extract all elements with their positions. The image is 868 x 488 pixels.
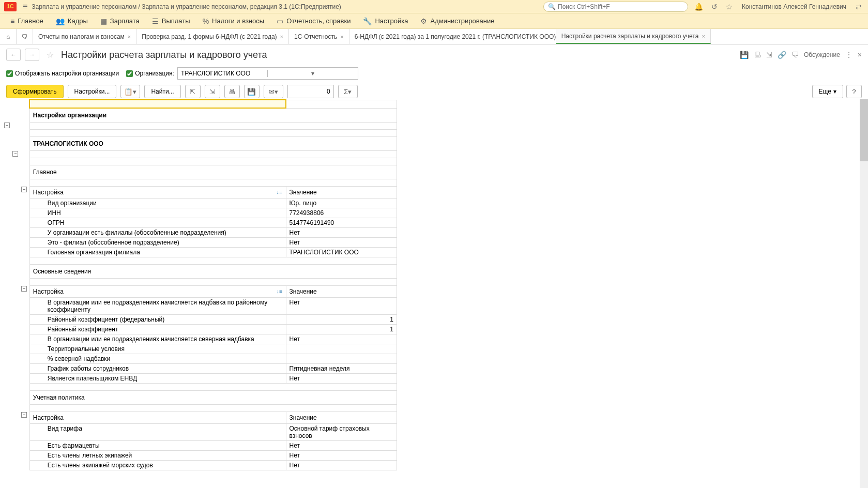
main-nav: ≡Главное 👥Кадры ▦Зарплата ☰Выплаты %Нало… (0, 13, 868, 29)
back-button[interactable]: ← (6, 49, 21, 61)
close-page-icon[interactable]: × (858, 51, 862, 59)
export-icon[interactable]: ⇲ (766, 51, 772, 59)
gear-icon: ⚙ (420, 17, 427, 25)
favorite-icon[interactable]: ☆ (43, 50, 57, 60)
user-name[interactable]: Константинов Алексей Геннадиевич (739, 3, 849, 10)
menu-icon: ≡ (10, 17, 14, 25)
page-title: Настройки расчета зарплаты и кадрового у… (61, 50, 267, 60)
close-icon[interactable]: × (280, 34, 283, 40)
org-checkbox[interactable]: Организация: (126, 70, 174, 77)
vertical-scrollbar[interactable] (860, 99, 868, 101)
tab-2[interactable]: Проверка разд. 1 формы 6-НДФЛ (с 2021 го… (136, 29, 289, 44)
page-header: ← → ☆ Настройки расчета зарплаты и кадро… (0, 44, 868, 65)
logo-1c: 1C (4, 2, 17, 11)
hamburger-icon[interactable]: ≡ (23, 2, 27, 11)
tab-5-active[interactable]: Настройки расчета зарплаты и кадрового у… (556, 29, 711, 44)
sum-button[interactable]: Σ▾ (338, 85, 358, 98)
app-title: Зарплата и управление персоналом / Зарпл… (32, 3, 341, 10)
scrollbar-thumb[interactable] (860, 99, 868, 101)
close-icon[interactable]: × (702, 33, 705, 39)
discuss-label[interactable]: Обсуждение (804, 51, 840, 58)
settings-button[interactable]: Настройки... (68, 85, 117, 98)
tab-home-icon[interactable]: ⌂ (0, 29, 17, 44)
org-select[interactable]: ТРАНСЛОГИСТИК ООО ▾ (177, 67, 358, 80)
title-bar: 1C ≡ Зарплата и управление персоналом / … (0, 0, 868, 13)
chevron-down-icon[interactable]: ▾ (267, 70, 358, 77)
link-icon[interactable]: 🔗 (778, 51, 786, 59)
nav-vyplaty[interactable]: ☰Выплаты (146, 15, 196, 27)
selected-cell[interactable] (29, 100, 286, 101)
tab-bar: ⌂ 🗨 Отчеты по налогам и взносам× Проверк… (0, 29, 868, 44)
doc-icon: ▭ (277, 17, 283, 25)
kebab-icon[interactable]: ⋮ (845, 51, 852, 59)
forward-button[interactable]: → (25, 49, 39, 61)
org-filter: Организация: ТРАНСЛОГИСТИК ООО ▾ (126, 67, 358, 80)
percent-icon: % (203, 17, 209, 25)
print-button[interactable]: 🖶 (224, 85, 240, 98)
variants-button[interactable]: 📋▾ (120, 85, 140, 98)
nav-nastroika[interactable]: 🔧Настройка (357, 15, 414, 27)
print-icon[interactable]: 🖶 (754, 51, 761, 59)
save-icon[interactable]: 💾 (740, 51, 749, 59)
tab-1[interactable]: Отчеты по налогам и взносам× (33, 29, 136, 44)
bell-icon[interactable]: 🔔 (692, 3, 705, 11)
nav-otchetnost[interactable]: ▭Отчетность, справки (270, 15, 357, 27)
table-icon: ▦ (100, 17, 107, 25)
nav-admin[interactable]: ⚙Администрирование (414, 15, 500, 27)
nav-main[interactable]: ≡Главное (4, 15, 50, 27)
search-icon: 🔍 (548, 3, 556, 10)
tab-4[interactable]: 6-НДФЛ (с 2021 года) за 1 полугодие 2021… (349, 29, 556, 44)
global-search[interactable]: 🔍 (543, 2, 688, 12)
tab-3[interactable]: 1С-Отчетность× (289, 29, 349, 44)
report-toolbar: Сформировать Настройки... 📋▾ Найти... ⇱ … (0, 82, 868, 101)
search-input[interactable] (558, 3, 683, 10)
discuss-icon[interactable]: 🗨 (791, 51, 799, 59)
email-button[interactable]: ✉▾ (264, 85, 283, 98)
collapse-icon[interactable]: ⇲ (205, 85, 220, 98)
history-icon[interactable]: ↺ (709, 3, 720, 11)
people-icon: 👥 (56, 17, 65, 25)
menu-right-icon[interactable]: ⇄ (854, 3, 864, 11)
find-button[interactable]: Найти... (144, 85, 180, 98)
nav-zarplata[interactable]: ▦Зарплата (94, 15, 146, 27)
form-button[interactable]: Сформировать (6, 85, 64, 98)
report-table: Настройки организации − ТРАНСЛОГИСТИК ОО… (4, 99, 397, 101)
tab-chat-icon[interactable]: 🗨 (17, 29, 33, 44)
report-area[interactable]: Настройки организации − ТРАНСЛОГИСТИК ОО… (0, 99, 868, 101)
nav-nalogi[interactable]: %Налоги и взносы (196, 15, 271, 27)
nav-kadry[interactable]: 👥Кадры (50, 15, 94, 27)
show-org-settings-checkbox[interactable]: Отображать настройки организации (6, 70, 119, 77)
help-button[interactable]: ? (846, 85, 862, 98)
star-icon[interactable]: ☆ (724, 3, 735, 11)
close-icon[interactable]: × (340, 34, 343, 40)
save-button[interactable]: 💾 (244, 85, 260, 98)
num-input[interactable] (287, 85, 334, 98)
filter-row: Отображать настройки организации Организ… (0, 65, 868, 82)
close-icon[interactable]: × (128, 34, 131, 40)
wrench-icon: 🔧 (363, 17, 372, 25)
expand-icon[interactable]: ⇱ (185, 85, 201, 98)
more-button[interactable]: Еще ▾ (812, 85, 843, 98)
list-icon: ☰ (152, 17, 159, 25)
